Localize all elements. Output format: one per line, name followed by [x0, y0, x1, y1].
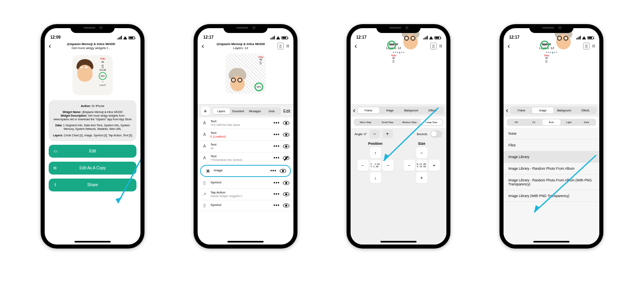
pos-left[interactable]: ←: [357, 160, 369, 171]
visibility-icon[interactable]: [283, 204, 289, 208]
notch: [70, 24, 115, 33]
tab-image[interactable]: Image: [532, 107, 553, 113]
share-button[interactable]: ⇪ Share: [49, 179, 136, 191]
nav-title: @ispazio Memoji & Infos MODD Get more wi…: [54, 42, 128, 50]
home-indicator[interactable]: [533, 241, 570, 243]
visibility-icon[interactable]: [283, 144, 289, 148]
layer-list[interactable]: A Text76.6 GB/Free Disk Space ••• A Text…: [198, 117, 293, 245]
layer-row[interactable]: A TextE (Localized) •••: [198, 129, 293, 141]
add-button[interactable]: +: [201, 107, 210, 115]
phone-icon[interactable]: ▯: [583, 43, 590, 49]
phone-icon[interactable]: ▯: [277, 43, 284, 49]
mode-dark[interactable]: Dark: [578, 119, 595, 125]
tab-image[interactable]: Image: [379, 107, 400, 113]
pos-up[interactable]: ↑: [370, 147, 381, 158]
more-icon[interactable]: •••: [273, 203, 280, 208]
source-option[interactable]: Image Library (With PNG Transparency): [504, 190, 599, 202]
back-button[interactable]: ‹: [49, 42, 51, 50]
tabs-back[interactable]: ‹: [506, 106, 508, 115]
visibility-icon[interactable]: [283, 181, 289, 185]
grid-icon[interactable]: ⌗: [286, 43, 289, 49]
mode-fit[interactable]: Fit: [525, 119, 543, 125]
more-icon[interactable]: •••: [273, 132, 280, 138]
source-option[interactable]: Image Library - Random Photo From Album …: [504, 175, 599, 190]
pos-down[interactable]: ↓: [370, 172, 381, 183]
angle-minus[interactable]: −: [369, 130, 380, 138]
visibility-icon[interactable]: [283, 133, 289, 137]
grid-icon[interactable]: ⌗: [439, 43, 442, 49]
image-source-list[interactable]: NoneFilesImage LibraryImage Library - Ra…: [504, 128, 599, 245]
more-icon[interactable]: •••: [273, 120, 280, 126]
layer-row[interactable]: ▣ Image •••: [200, 165, 291, 177]
size-w-minus[interactable]: −: [404, 160, 415, 171]
size-pad: − − W 15.00 H 14.00 + +: [404, 147, 440, 183]
layer-row[interactable]: A Text*/Temperature (No Symbol) •••: [198, 152, 293, 164]
visibility-icon[interactable]: [283, 156, 289, 160]
step-segment[interactable]: Micro StepSmall StepMedium StepLarge Ste…: [354, 119, 443, 126]
tab-background[interactable]: Background: [553, 107, 575, 113]
tabs-back[interactable]: ‹: [353, 106, 355, 115]
more-icon[interactable]: •••: [270, 168, 277, 174]
edit-link[interactable]: Edit: [283, 109, 290, 113]
layer-row[interactable]: A Text76.6 GB/Free Disk Space •••: [198, 117, 293, 129]
seg-document[interactable]: Document: [230, 108, 247, 114]
size-h-plus[interactable]: +: [416, 172, 427, 183]
home-indicator[interactable]: [74, 241, 111, 243]
phone-icon[interactable]: ▯: [430, 43, 437, 49]
home-indicator[interactable]: [227, 241, 264, 243]
seg-messages[interactable]: Messages: [246, 108, 263, 114]
visibility-icon[interactable]: [283, 192, 289, 196]
layer-row[interactable]: A Textdd •••: [198, 141, 293, 152]
angle-plus[interactable]: +: [382, 130, 393, 138]
bounds-toggle[interactable]: [430, 130, 442, 138]
tabs-segment[interactable]: FrameImageBackgroundEffects: [510, 107, 597, 114]
edit-copy-button[interactable]: ⧉ Edit As A Copy: [49, 162, 136, 175]
source-option[interactable]: Image Library: [504, 151, 599, 163]
back-button[interactable]: ‹: [202, 42, 204, 50]
mode-both[interactable]: Both: [543, 119, 560, 125]
size-w-plus[interactable]: +: [429, 160, 440, 171]
more-icon[interactable]: •••: [273, 191, 280, 197]
more-icon[interactable]: •••: [273, 144, 280, 149]
seg-undo[interactable]: Undo: [263, 108, 280, 114]
layer-row[interactable]: ▯ Symbol •••: [198, 178, 293, 189]
grid-icon[interactable]: ⌗: [592, 43, 595, 49]
home-indicator[interactable]: [380, 241, 417, 243]
mode-fill[interactable]: Fill: [508, 119, 525, 125]
more-icon[interactable]: •••: [273, 155, 280, 161]
step-option[interactable]: Medium Step: [398, 119, 421, 125]
size-h-minus[interactable]: −: [416, 147, 427, 158]
source-option[interactable]: Files: [504, 140, 599, 151]
tab-background[interactable]: Background: [400, 107, 422, 113]
tab-frame[interactable]: Frame: [511, 107, 532, 113]
clock: 12:17: [356, 35, 367, 39]
step-option[interactable]: Small Step: [377, 119, 399, 125]
wifi-label: Cuipo5G: [99, 84, 106, 86]
pos-right[interactable]: →: [382, 160, 394, 171]
tab-effects[interactable]: Effects: [422, 107, 443, 113]
pos-size-panel: Position ↑ ← X -1.60 Y 1.00 → ↓ Size − −…: [351, 140, 446, 245]
seg-layers[interactable]: Layers: [213, 108, 230, 114]
source-option[interactable]: None: [504, 128, 599, 140]
layer-row[interactable]: ▯ Symbol •••: [198, 200, 293, 211]
visibility-icon[interactable]: [283, 121, 289, 125]
tab-effects[interactable]: Effects: [575, 107, 596, 113]
tab-frame[interactable]: Frame: [358, 107, 379, 113]
doc-segment[interactable]: Layers Document Messages Undo: [212, 107, 281, 115]
step-option[interactable]: Large Step: [421, 119, 443, 125]
step-option[interactable]: Micro Step: [355, 119, 377, 125]
widget-preview[interactable]: THU06▯ 60%: [225, 53, 266, 94]
size-label: Size: [418, 142, 425, 146]
more-icon[interactable]: •••: [273, 180, 280, 186]
size-values: W 15.00 H 14.00: [416, 160, 427, 171]
edit-button[interactable]: ▭ Edit: [49, 145, 136, 158]
layer-row[interactable]: ↗ Tap ActionReload Widget: widgyMin:// •…: [198, 189, 293, 200]
mode-light[interactable]: Light: [560, 119, 578, 125]
back-button[interactable]: ‹: [508, 42, 510, 50]
source-option[interactable]: Image Library - Random Photo From Album: [504, 163, 599, 175]
fit-mode-segment[interactable]: FillFitBothLightDark: [507, 119, 596, 126]
back-button[interactable]: ‹: [355, 42, 357, 50]
share-icon: ⇪: [54, 183, 57, 187]
tabs-segment[interactable]: FrameImageBackgroundEffects: [357, 107, 444, 114]
visibility-icon[interactable]: [280, 169, 286, 173]
